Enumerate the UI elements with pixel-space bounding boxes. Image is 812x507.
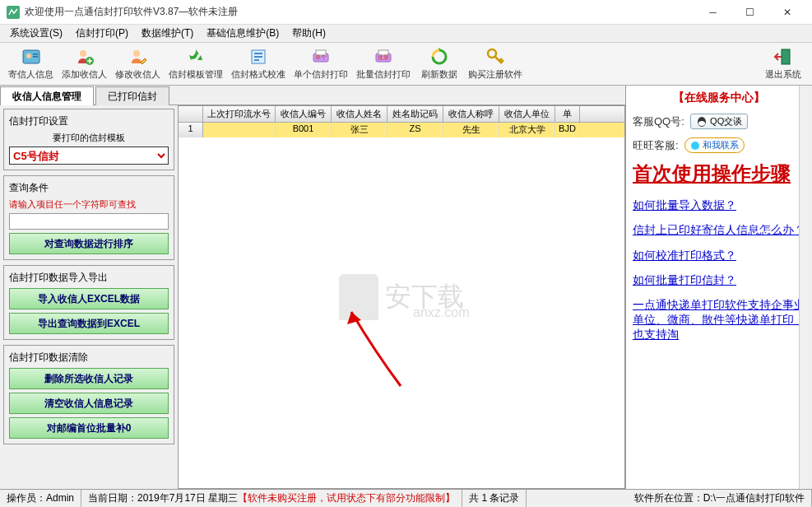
col-code[interactable]: 收信人编号 [276, 106, 332, 122]
tool-exit[interactable]: 退出系统 [759, 44, 807, 84]
svg-text:单个: 单个 [315, 54, 327, 60]
col-title[interactable]: 收信人称呼 [443, 106, 499, 122]
group-title: 信封打印数据清除 [9, 351, 169, 365]
group-title: 信封打印设置 [9, 114, 169, 128]
recycle-icon [186, 47, 206, 67]
svg-rect-3 [33, 53, 38, 55]
menu-base[interactable]: 基础信息维护(B) [200, 25, 285, 42]
window-title: 欢迎使用一点通信封打印软件V3.87—软件未注册 [25, 5, 694, 19]
col-name[interactable]: 收信人姓名 [332, 106, 387, 122]
import-excel-button[interactable]: 导入收信人EXCEL数据 [9, 288, 169, 309]
tab-strip: 收信人信息管理 已打印信封 [0, 86, 625, 105]
group-import-export: 信封打印数据导入导出 导入收信人EXCEL数据 导出查询数据到EXCEL [3, 265, 174, 340]
col-mnemonic[interactable]: 姓名助记码 [387, 106, 443, 122]
user-edit-icon [128, 47, 148, 67]
app-icon [7, 6, 20, 19]
tool-add-recipient[interactable]: 添加收信人 [58, 44, 110, 84]
annotation-arrow-icon [343, 295, 409, 394]
title-bar: 欢迎使用一点通信封打印软件V3.87—软件未注册 ─ ☐ ✕ [0, 0, 812, 25]
group-title: 查询条件 [9, 181, 169, 195]
delete-selected-button[interactable]: 删除所选收信人记录 [9, 368, 169, 389]
wangwang-chat-button[interactable]: 和我联系 [684, 137, 745, 153]
tab-printed[interactable]: 已打印信封 [95, 86, 169, 105]
sort-button[interactable]: 对查询数据进行排序 [9, 233, 169, 254]
help-express-link[interactable]: 一点通快递单打印软件支持企事业单位、微商、散件等快递单打印，也支持淘 [633, 298, 805, 343]
main-area: 收信人信息管理 已打印信封 信封打印设置 要打印的信封模板 C5号信封 查询条件… [0, 86, 812, 489]
svg-rect-11 [254, 59, 259, 61]
tab-recipient-mgmt[interactable]: 收信人信息管理 [0, 86, 94, 105]
print-batch-icon: 批量 [374, 47, 393, 67]
maximize-button[interactable]: ☐ [731, 1, 768, 24]
tool-edit-recipient[interactable]: 修改收信人 [112, 44, 164, 84]
exit-icon [773, 47, 793, 67]
key-icon [485, 47, 505, 67]
minimize-button[interactable]: ─ [694, 1, 731, 24]
align-icon [248, 47, 268, 67]
qq-icon [696, 116, 708, 128]
clear-all-button[interactable]: 清空收信人信息记录 [9, 393, 169, 414]
query-hint: 请输入项目任一个字符即可查找 [9, 198, 169, 211]
svg-point-21 [698, 121, 705, 126]
group-query: 查询条件 请输入项目任一个字符即可查找 对查询数据进行排序 [3, 175, 174, 260]
menu-help[interactable]: 帮助(H) [285, 25, 332, 42]
tool-refresh[interactable]: 刷新数据 [415, 44, 463, 84]
wangwang-icon [690, 141, 700, 151]
svg-rect-10 [254, 56, 262, 58]
svg-rect-19 [782, 49, 790, 64]
qq-row: 客服QQ号: QQ交谈 [633, 114, 805, 129]
menu-data[interactable]: 数据维护(T) [135, 25, 200, 42]
left-pane: 收信人信息管理 已打印信封 信封打印设置 要打印的信封模板 C5号信封 查询条件… [0, 86, 625, 489]
side-panel: 信封打印设置 要打印的信封模板 C5号信封 查询条件 请输入项目任一个字符即可查… [0, 105, 178, 489]
svg-rect-9 [254, 53, 262, 54]
col-more[interactable]: 单 [555, 106, 580, 122]
tool-sender-info[interactable]: 寄信人信息 [5, 44, 57, 84]
status-count: 共 1 条记录 [462, 490, 527, 507]
qq-chat-button[interactable]: QQ交谈 [690, 114, 748, 129]
svg-text:批量: 批量 [378, 54, 389, 60]
template-select[interactable]: C5号信封 [9, 147, 169, 165]
tool-print-single[interactable]: 单个单个信封打印 [290, 44, 351, 84]
data-grid[interactable]: 上次打印流水号 收信人编号 收信人姓名 姓名助记码 收信人称呼 收信人单位 单 … [178, 105, 625, 489]
group-print-settings: 信封打印设置 要打印的信封模板 C5号信封 [3, 109, 174, 170]
help-preprinted-link[interactable]: 信封上已印好寄信人信息怎么办？ [633, 223, 805, 238]
status-bar: 操作员：Admin 当前日期：2019年7月17日 星期三【软件未购买注册，试用… [0, 489, 812, 507]
pad-zip-button[interactable]: 对邮编首位批量补0 [9, 417, 169, 439]
help-calibrate-link[interactable]: 如何校准打印格式？ [633, 249, 805, 263]
svg-point-5 [80, 50, 86, 57]
help-batch-print-link[interactable]: 如何批量打印信封？ [633, 273, 805, 288]
help-import-link[interactable]: 如何批量导入数据？ [633, 198, 805, 213]
export-excel-button[interactable]: 导出查询数据到EXCEL [9, 313, 169, 334]
status-date: 当前日期：2019年7月17日 星期三【软件未购买注册，试用状态下有部分功能限制… [81, 490, 462, 507]
menu-print[interactable]: 信封打印(P) [69, 25, 135, 42]
user-card-icon [21, 47, 41, 67]
first-use-link[interactable]: 首次使用操作步骤 [633, 161, 805, 187]
svg-point-22 [691, 142, 699, 150]
group-title: 信封打印数据导入导出 [9, 271, 169, 285]
svg-rect-4 [33, 56, 38, 58]
watermark-icon [339, 274, 378, 320]
close-button[interactable]: ✕ [768, 1, 805, 24]
user-add-icon [75, 47, 95, 67]
col-unit[interactable]: 收信人单位 [499, 106, 555, 122]
grid-row[interactable]: 1 B001 张三 ZS 先生 北京大学 BJD [179, 123, 624, 137]
status-location: 软件所在位置：D:\一点通信封打印软件 [628, 490, 812, 507]
query-input[interactable] [9, 213, 169, 230]
toolbar: 寄信人信息 添加收信人 修改收信人 信封模板管理 信封格式校准 单个单个信封打印… [0, 43, 812, 86]
svg-point-7 [133, 50, 140, 57]
tool-buy-register[interactable]: 购买注册软件 [465, 44, 526, 84]
col-serial[interactable]: 上次打印流水号 [203, 106, 276, 122]
tab-body: 信封打印设置 要打印的信封模板 C5号信封 查询条件 请输入项目任一个字符即可查… [0, 105, 625, 489]
scrollbar[interactable] [799, 86, 812, 489]
menu-bar: 系统设置(S) 信封打印(P) 数据维护(T) 基础信息维护(B) 帮助(H) [0, 25, 812, 43]
right-pane: 【在线服务中心】 客服QQ号: QQ交谈 旺旺客服: 和我联系 首次使用操作步骤… [625, 86, 812, 489]
tool-print-batch[interactable]: 批量批量信封打印 [353, 44, 414, 84]
wangwang-row: 旺旺客服: 和我联系 [633, 137, 805, 153]
tool-format-calibrate[interactable]: 信封格式校准 [228, 44, 289, 84]
refresh-icon [429, 47, 449, 67]
service-center-title: 【在线服务中心】 [633, 91, 805, 105]
status-operator: 操作员：Admin [0, 490, 81, 507]
menu-system[interactable]: 系统设置(S) [3, 25, 69, 42]
svg-point-2 [26, 53, 31, 58]
print-one-icon: 单个 [311, 47, 331, 67]
tool-template-mgr[interactable]: 信封模板管理 [165, 44, 226, 84]
